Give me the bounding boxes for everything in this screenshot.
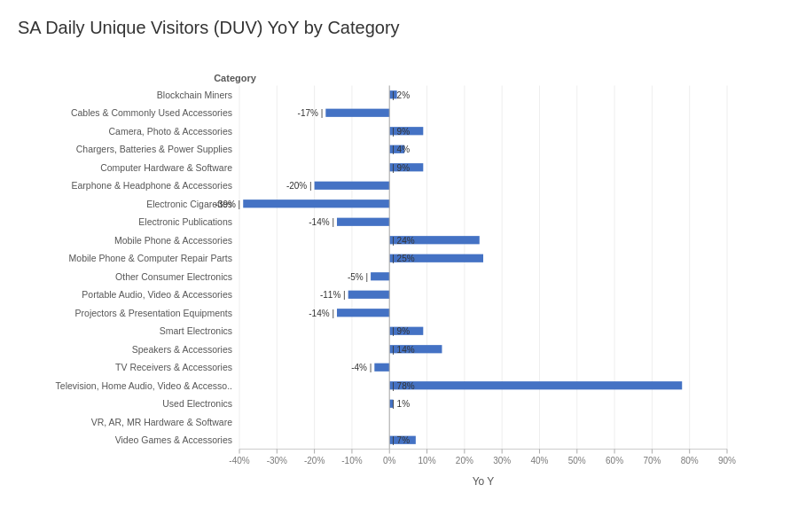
svg-text:| 24%: | 24% [392,236,414,246]
svg-text:Blockchain Miners: Blockchain Miners [157,90,232,100]
svg-text:Category: Category [214,73,257,83]
svg-text:Used Electronics: Used Electronics [162,398,232,409]
svg-text:Television, Home Audio, Video : Television, Home Audio, Video & Accesso.… [56,380,232,391]
chart-title: SA Daily Unique Visitors (DUV) YoY by Ca… [18,18,780,38]
svg-text:-14% |: -14% | [309,309,334,318]
svg-text:| 1%: | 1% [392,399,410,409]
chart-svg: CategoryBlockchain Miners| 2%Cables & Co… [18,47,780,523]
svg-rect-37 [337,218,389,226]
svg-rect-49 [348,291,390,299]
svg-text:Video Games & Accessories: Video Games & Accessories [115,434,232,445]
svg-text:-4% |: -4% | [351,363,372,372]
svg-text:60%: 60% [606,456,623,466]
svg-text:-17% |: -17% | [298,108,324,118]
svg-text:Yo Y: Yo Y [473,475,495,488]
svg-text:40%: 40% [530,456,548,466]
svg-rect-64 [389,381,682,389]
svg-text:20%: 20% [456,456,473,466]
svg-text:30%: 30% [493,456,511,466]
svg-text:Portable Audio, Video & Access: Portable Audio, Video & Accessories [82,289,232,300]
svg-text:Smart Electronics: Smart Electronics [160,325,232,336]
svg-text:| 25%: | 25% [392,254,414,263]
svg-text:Mobile Phone & Computer Repair: Mobile Phone & Computer Repair Parts [69,253,232,263]
svg-rect-46 [371,272,389,280]
svg-text:90%: 90% [718,456,736,466]
svg-text:VR, AR, MR Hardware & Software: VR, AR, MR Hardware & Software [91,417,232,427]
svg-text:Mobile Phone & Accessories: Mobile Phone & Accessories [114,235,232,246]
svg-text:80%: 80% [681,456,699,466]
svg-rect-31 [315,182,390,190]
svg-text:Speakers & Accessories: Speakers & Accessories [132,344,232,355]
svg-text:| 9%: | 9% [392,127,410,137]
svg-text:Chargers, Batteries & Power Su: Chargers, Batteries & Power Supplies [76,144,232,154]
svg-text:Other Consumer Electronics: Other Consumer Electronics [115,271,232,282]
svg-text:-5% |: -5% | [348,272,368,282]
svg-text:-20%: -20% [304,456,325,466]
svg-text:| 14%: | 14% [392,345,414,355]
svg-text:-10%: -10% [341,456,362,466]
chart-container: SA Daily Unique Visitors (DUV) YoY by Ca… [0,0,798,532]
svg-text:-20% |: -20% | [286,181,312,191]
svg-text:Cables & Commonly Used Accesso: Cables & Commonly Used Accessories [71,107,232,118]
svg-text:| 7%: | 7% [392,435,410,445]
svg-text:Earphone & Headphone & Accesso: Earphone & Headphone & Accessories [71,180,232,191]
svg-text:| 2%: | 2% [392,90,410,100]
svg-text:| 9%: | 9% [392,326,410,336]
svg-text:-11% |: -11% | [320,290,346,300]
svg-text:-40%: -40% [229,456,249,466]
svg-text:Electronic Publications: Electronic Publications [138,216,232,227]
svg-text:-30%: -30% [267,456,287,466]
svg-text:| 9%: | 9% [392,163,410,173]
svg-text:-39% |: -39% | [215,200,240,209]
svg-text:| 78%: | 78% [392,381,414,391]
svg-text:70%: 70% [643,456,661,466]
svg-text:-14% |: -14% | [309,217,334,227]
svg-text:10%: 10% [419,456,436,466]
svg-text:Camera, Photo & Accessories: Camera, Photo & Accessories [109,126,232,137]
svg-text:50%: 50% [568,456,586,466]
chart-area: CategoryBlockchain Miners| 2%Cables & Co… [18,47,780,523]
svg-text:Projectors & Presentation Equi: Projectors & Presentation Equipments [75,308,232,318]
svg-rect-34 [243,200,389,207]
svg-rect-61 [374,364,389,372]
svg-rect-52 [337,309,389,317]
svg-text:Computer Hardware & Software: Computer Hardware & Software [100,162,232,173]
svg-text:| 4%: | 4% [392,145,410,154]
svg-rect-19 [325,109,389,117]
svg-text:0%: 0% [383,456,396,466]
svg-text:TV Receivers & Accessories: TV Receivers & Accessories [115,362,232,372]
